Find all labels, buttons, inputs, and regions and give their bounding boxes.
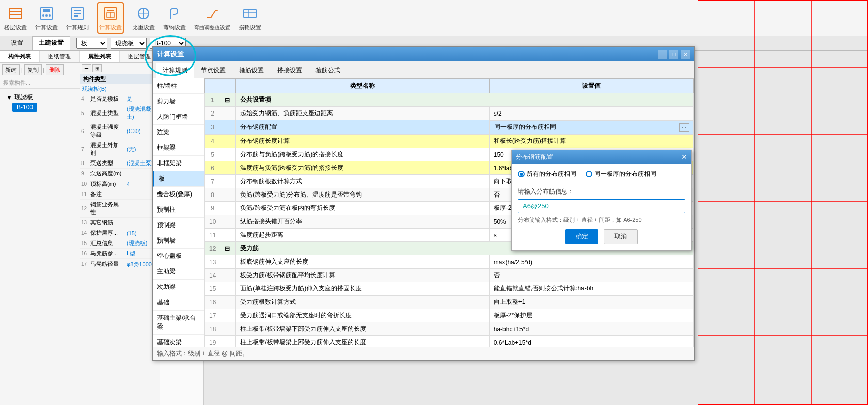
toolbar-item-calc[interactable]: 计算设置 [35,4,58,31]
tab-settings[interactable]: 设置 [4,36,30,50]
dropdown-type[interactable]: 板 [76,38,107,49]
row-name: 受力筋根数计算方式 [236,296,489,309]
props-row-name: 混凝土强度等级 [88,122,124,140]
section-expand[interactable]: ⊟ [220,93,236,107]
dialog-nav-item[interactable]: 预制梁 [153,218,204,233]
btn-cancel[interactable]: 取消 [604,229,638,244]
sub-dialog-close-btn[interactable]: ✕ [681,153,687,161]
dialog-nav-item[interactable]: 基础 [153,295,204,311]
dialog-tab-splice[interactable]: 搭接设置 [271,63,309,78]
toolbar-loss-label: 损耗设置 [239,24,261,31]
btn-confirm[interactable]: 确定 [565,229,598,244]
props-row: 4 是否是楼板 是 [80,94,160,104]
toolbar-item-density[interactable]: 比重设置 [132,4,155,31]
sub-dialog-input[interactable] [518,199,685,213]
row-num: 5 [205,148,220,161]
tab-drawing[interactable]: 图纸管理 [40,51,80,62]
radio-same-thickness[interactable]: 同一板厚的分布筋相同 [586,170,656,179]
props-row-name: 顶标高(m) [88,179,124,189]
properties-panel: 属性列表 图层管理 ☰ ⊞ 构件类型 现浇板(B) 4 是否是楼板 是5 混凝土… [80,51,160,405]
ellipsis-btn[interactable]: ··· [679,123,689,132]
toolbar-item-calcrule[interactable]: 计算规则 [66,4,89,31]
dialog-close-btn[interactable]: ✕ [681,50,690,59]
tree-item-b100[interactable]: B-100 [12,103,37,112]
dialog-nav-item[interactable]: 柱/墙柱 [153,78,204,94]
row-num: 6 [205,161,220,175]
dialog-minimize-btn[interactable]: — [658,50,667,59]
row-expand [220,255,236,269]
dialog-tab-node[interactable]: 节点设置 [194,63,232,78]
toolbar-hook-label: 弯钩设置 [163,24,186,31]
toolbar-item-calcsettings2[interactable]: 计算设置 [97,2,124,34]
dialog-nav-item[interactable]: 非框架梁 [153,156,204,171]
sub-dialog-input-label: 请输入分布筋信息： [518,187,685,196]
tree-group-label-slab[interactable]: ▼ 现浇板 [4,92,75,103]
btn-copy[interactable]: 复制 [24,64,42,75]
row-name: 纵筋搭接头错开百分率 [236,215,489,229]
row-num: 10 [205,215,220,229]
dialog-nav-item[interactable]: 剪力墙 [153,94,204,109]
loss-icon [241,4,259,23]
props-row-num: 15 [80,238,88,249]
props-row-name: 其它钢筋 [88,218,124,228]
dialog-nav-item[interactable]: 主助梁 [153,264,204,280]
row-num: 3 [205,120,220,135]
dialog-nav-item[interactable]: 连梁 [153,125,204,140]
section-expand[interactable]: ⊟ [220,242,236,255]
toolbar-item-floor[interactable]: 楼层设置 [4,4,27,31]
tab-component-list[interactable]: 构件列表 [0,51,40,62]
dialog-nav-item[interactable]: 预制墙 [153,233,204,249]
dialog-tab-formula[interactable]: 箍筋公式 [309,63,347,78]
dropdown-subtype[interactable]: 现浇板 [111,38,147,49]
table-row: 14 板受力筋/板带钢筋配平均长度计算 否 [205,269,694,282]
dialog-nav-item[interactable]: 预制柱 [153,202,204,218]
toolbar-item-loss[interactable]: 损耗设置 [239,4,261,31]
dialog-nav-item[interactable]: 基础次梁 [153,335,204,347]
radio-all-label: 所有的分布筋相同 [527,170,576,179]
dialog-nav-item[interactable]: 次助梁 [153,280,204,295]
props-row: 11 备注 [80,189,160,200]
btn-new[interactable]: 新建 [2,64,20,75]
props-row: 12 钢筋业务属性 [80,200,160,218]
dialog-tab-stirrup[interactable]: 箍筋设置 [232,63,271,78]
dialog-footer: 输入格式：级别 + 直径 @ 间距。 [153,347,694,360]
dialog-nav-item[interactable]: 基础主梁/承台梁 [153,311,204,335]
sub-dialog-body: 所有的分布筋相同 同一板厚的分布筋相同 请输入分布筋信息： 分布筋输入格式：级别… [512,164,691,250]
dialog-nav-item[interactable]: 空心盖板 [153,249,204,264]
dialog-nav-item[interactable]: 框架梁 [153,140,204,156]
dialog-restore-btn[interactable]: □ [669,50,678,59]
btn-delete[interactable]: 删除 [46,64,64,75]
toolbar-item-hook[interactable]: 弯钩设置 [163,4,186,31]
tab-props-list[interactable]: 属性列表 [80,51,120,62]
row-name: 受力筋遇洞口或端部无支座时的弯折长度 [236,309,489,322]
calc-icon [37,4,56,23]
dialog-nav-item[interactable]: 板 [153,171,204,187]
row-name: 分布钢筋配置 [236,120,489,135]
dialog-tab-calcrule[interactable]: 计算规则 [156,63,194,78]
sub-dialog-hint: 分布筋输入格式：级别 + 直径 + 间距，如 A6-250 [518,216,685,224]
row-name: 负筋/跨板受力筋在板内的弯折长度 [236,202,489,215]
dialog-nav-item[interactable]: 叠合板(叠厚) [153,187,204,202]
props-row-name: 马凳筋径量 [88,259,124,269]
table-row: 13 板底钢筋伸入支座的长度 max(ha/2,5*d) [205,255,694,269]
separator2: | [43,67,45,73]
svg-rect-3 [41,7,52,20]
tab-civil[interactable]: 土建设置 [32,36,70,50]
table-row: 16 受力筋根数计算方式 向上取整+1 [205,296,694,309]
dialog-nav-item[interactable]: 人防门框墙 [153,109,204,125]
row-name: 起始受力钢筋、负筋距支座边距离 [236,107,489,120]
toolbar-calcsettings-label: 计算设置 [35,24,58,31]
props-row-num: 9 [80,169,88,179]
props-type-value[interactable]: 现浇板(B) [80,84,160,94]
props-row: 15 汇总信息 (现浇板) [80,238,160,249]
row-val: 和板长(跨受力筋)搭接计算 [489,135,693,148]
props-row-num: 16 [80,249,88,259]
row-val: 0.6*Lab+15*d [489,336,693,347]
row-expand [220,161,236,175]
btn-list-view[interactable]: ☰ [82,64,91,72]
row-val[interactable]: 同一板厚的分布筋相同 ··· [490,120,694,134]
btn-grid-view[interactable]: ⊞ [92,64,102,72]
toolbar-item-bend[interactable]: 弯曲调整值设置 [194,5,230,31]
row-val: 能直锚就直锚,否则按公式计算:ha-bh [489,282,693,296]
radio-all[interactable]: 所有的分布筋相同 [518,170,576,179]
